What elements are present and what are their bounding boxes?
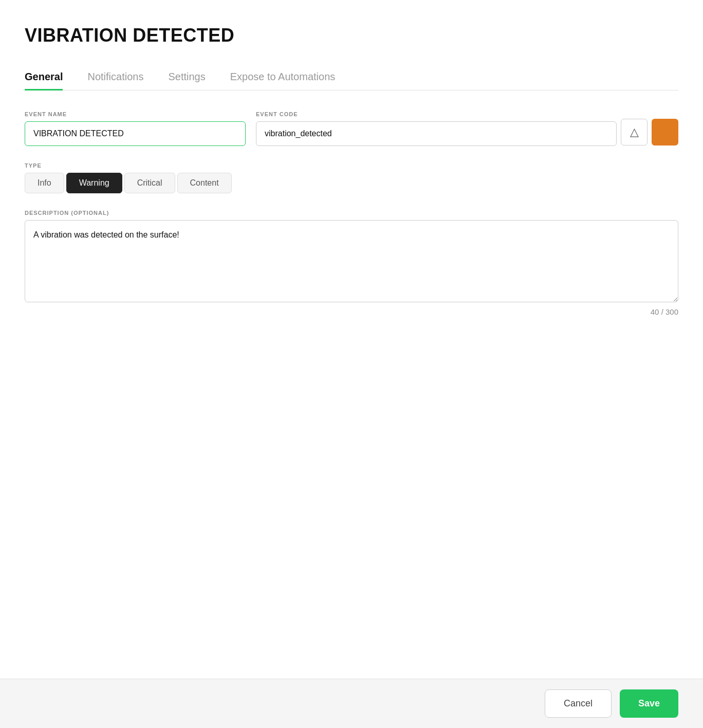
- event-name-col: EVENT NAME: [25, 111, 246, 146]
- type-section: TYPE Info Warning Critical Content: [25, 162, 678, 193]
- type-btn-info[interactable]: Info: [25, 173, 64, 193]
- tabs-bar: General Notifications Settings Expose to…: [25, 65, 678, 90]
- type-btn-content[interactable]: Content: [177, 173, 232, 193]
- type-label: TYPE: [25, 162, 678, 169]
- tab-notifications[interactable]: Notifications: [87, 65, 143, 90]
- page-title: VIBRATION DETECTED: [25, 25, 678, 46]
- type-btn-warning[interactable]: Warning: [66, 173, 122, 193]
- char-count: 40 / 300: [25, 307, 678, 316]
- event-code-label: EVENT CODE: [256, 111, 617, 117]
- tab-settings[interactable]: Settings: [168, 65, 205, 90]
- color-picker-button[interactable]: [652, 119, 678, 145]
- event-code-input[interactable]: [256, 121, 617, 146]
- event-name-input[interactable]: [25, 121, 246, 146]
- save-button[interactable]: Save: [620, 689, 678, 718]
- tab-expose[interactable]: Expose to Automations: [230, 65, 336, 90]
- description-label: DESCRIPTION (OPTIONAL): [25, 210, 678, 216]
- event-name-label: EVENT NAME: [25, 111, 246, 117]
- description-textarea[interactable]: A vibration was detected on the surface!: [25, 220, 678, 302]
- type-buttons: Info Warning Critical Content: [25, 173, 678, 193]
- tab-general[interactable]: General: [25, 65, 63, 90]
- warning-icon-button[interactable]: △: [621, 119, 647, 145]
- cancel-button[interactable]: Cancel: [545, 689, 612, 718]
- description-section: DESCRIPTION (OPTIONAL) A vibration was d…: [25, 210, 678, 316]
- footer-bar: Cancel Save: [0, 679, 703, 728]
- page-container: VIBRATION DETECTED General Notifications…: [0, 0, 703, 728]
- event-code-input-wrapper: EVENT CODE: [256, 111, 617, 146]
- triangle-warning-icon: △: [630, 125, 639, 139]
- event-code-col: EVENT CODE △: [256, 111, 678, 146]
- type-btn-critical[interactable]: Critical: [124, 173, 175, 193]
- name-code-row: EVENT NAME EVENT CODE △: [25, 111, 678, 146]
